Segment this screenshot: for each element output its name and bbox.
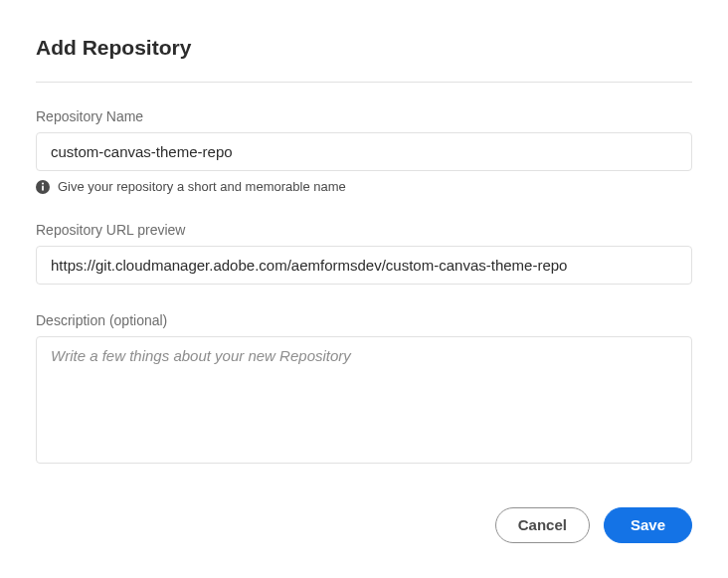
svg-rect-1 [42, 185, 44, 190]
description-label: Description (optional) [36, 312, 692, 328]
title-divider [36, 82, 692, 83]
info-icon [36, 180, 50, 194]
repository-url-label: Repository URL preview [36, 222, 692, 238]
save-button[interactable]: Save [604, 507, 692, 543]
repository-url-preview: https://git.cloudmanager.adobe.com/aemfo… [36, 246, 692, 285]
repository-name-hint: Give your repository a short and memorab… [58, 179, 346, 194]
repository-name-label: Repository Name [36, 108, 692, 124]
repository-name-group: Repository Name Give your repository a s… [36, 108, 692, 194]
repository-name-hint-row: Give your repository a short and memorab… [36, 179, 692, 194]
cancel-button[interactable]: Cancel [495, 507, 590, 543]
description-group: Description (optional) [36, 312, 692, 468]
button-bar: Cancel Save [36, 507, 692, 543]
repository-name-input[interactable] [36, 132, 692, 171]
dialog-title: Add Repository [36, 36, 692, 60]
repository-url-group: Repository URL preview https://git.cloud… [36, 222, 692, 285]
svg-point-2 [42, 182, 44, 184]
description-textarea[interactable] [36, 336, 692, 464]
